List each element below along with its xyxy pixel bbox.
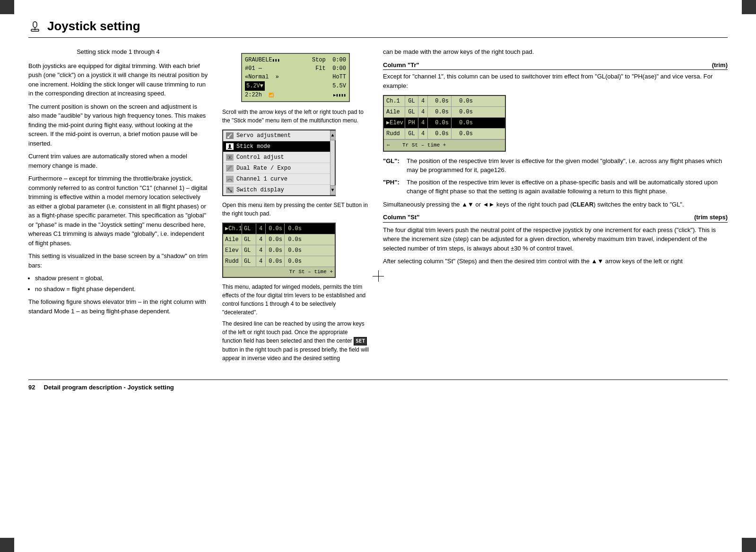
- center-column: GRAUBELE▮▮▮ Stop 0:00 #01 — Flt 0:00 «No…: [222, 47, 369, 365]
- trim-elev-val2: 0.0s: [285, 245, 304, 256]
- menu-item-switch[interactable]: Switch display: [223, 185, 330, 195]
- svg-rect-5: [229, 144, 231, 148]
- trim-row-elev: Elev GL 4 0.0s 0.0s: [223, 245, 335, 256]
- trim-aile-tr: GL: [242, 234, 256, 245]
- right-trim-table: Ch.1 GL 4 0.0s 0.0s Aile GL 4 0.0s 0.0s …: [383, 95, 506, 152]
- left-text-block: Both joysticks are equipped for digital …: [28, 61, 208, 316]
- lcd-normal: «Normal »: [245, 73, 279, 81]
- dual-rate-icon: [226, 165, 234, 172]
- corner-mark-bl: [0, 538, 14, 552]
- menu-label-stick: Stick mode: [236, 142, 270, 151]
- rt-ch1-num: 4: [418, 96, 428, 106]
- gl-label: "GL":: [383, 156, 407, 175]
- rt-ch1-tr: GL: [405, 96, 418, 106]
- trim-ch1-val2: 0.0s: [285, 224, 304, 234]
- rt-ch1-val2: 0.0s: [452, 96, 475, 106]
- rt-aile-label: Aile: [384, 107, 405, 117]
- trim-aile-val2: 0.0s: [285, 234, 304, 245]
- lcd-row-1: GRAUBELE▮▮▮ Stop 0:00: [245, 56, 346, 64]
- trim-footer-row: Tr St – time +: [223, 267, 335, 277]
- rt-elev-num: 4: [418, 118, 428, 128]
- menu-item-servo[interactable]: Servo adjustment: [223, 130, 330, 141]
- trim-ch1-val1: 0.0s: [266, 224, 285, 234]
- lcd-flt: Flt 0:00: [315, 64, 346, 73]
- menu-label-dualrate: Dual Rate / Expo: [236, 164, 291, 172]
- menu-item-control[interactable]: Control adjust: [223, 152, 330, 163]
- center-desc-1: This menu, adapted for winged models, pe…: [222, 283, 369, 317]
- col-st-label: Column "St": [383, 213, 419, 222]
- left-para-4: Furthermore – except for trimming the th…: [28, 174, 208, 248]
- trim-row-aile: Aile GL 4 0.0s 0.0s: [223, 234, 335, 245]
- corner-mark-br: [742, 538, 756, 552]
- rt-row-rudd: Rudd GL 4 0.0s 0.0s: [384, 129, 505, 139]
- menu-item-dualrate[interactable]: Dual Rate / Expo: [223, 163, 330, 174]
- lcd-hott-label: HoTT: [332, 73, 346, 81]
- rt-elev-val2: 0.0s: [452, 118, 475, 128]
- trim-ch1-num: 4: [256, 224, 266, 234]
- open-caption: Open this menu item by pressing the cent…: [222, 201, 369, 218]
- scroll-down-arrow[interactable]: ▼: [330, 185, 336, 195]
- trim-elev-label: Elev: [223, 245, 242, 256]
- rt-aile-tr: GL: [405, 107, 418, 117]
- col-st-text2: After selecting column "St" (Steps) and …: [383, 257, 728, 266]
- rt-rudd-val1: 0.0s: [428, 129, 452, 139]
- left-para-1: Both joysticks are equipped for digital …: [28, 61, 208, 98]
- clear-bold: CLEAR: [573, 201, 594, 208]
- rt-elev-tr: PH: [405, 118, 418, 128]
- col-st-text: The four digital trim levers push the ne…: [383, 225, 728, 253]
- menu-rows: Servo adjustment Stick mode: [223, 130, 335, 195]
- channel-icon: [226, 176, 234, 182]
- trim-aile-val1: 0.0s: [266, 234, 285, 245]
- rt-elev-label: ▶Elev: [384, 118, 405, 128]
- lcd-hott-voltage: 5.5V: [332, 82, 346, 90]
- lcd-model-num: #01 —: [245, 64, 262, 73]
- svg-rect-4: [227, 137, 229, 138]
- col-tr-trim-label: (trim): [712, 60, 728, 70]
- menu-label-channel: Channel 1 curve: [236, 175, 287, 183]
- left-para-3: Current trim values are automatically st…: [28, 152, 208, 170]
- lcd-row-5: 2:22h 📶 ▶▮▮▮▮: [245, 91, 346, 99]
- bullet-1: shadow present = global,: [35, 274, 208, 283]
- joystick-icon: [28, 20, 42, 33]
- trim-ch1-label: ▶Ch.1: [223, 224, 242, 234]
- lcd-screen: GRAUBELE▮▮▮ Stop 0:00 #01 — Flt 0:00 «No…: [241, 53, 350, 102]
- svg-rect-6: [228, 148, 232, 149]
- lcd-row-4: 5.2V▼ 5.5V: [245, 81, 346, 91]
- rt-row-ch1: Ch.1 GL 4 0.0s 0.0s: [384, 96, 505, 107]
- page-title: Joystick setting: [47, 19, 140, 34]
- rt-row-aile: Aile GL 4 0.0s 0.0s: [384, 107, 505, 118]
- gl-ph-table: "GL": The position of the respective tri…: [383, 156, 728, 196]
- menu-item-stick[interactable]: Stick mode: [223, 141, 330, 152]
- trim-elev-tr: GL: [242, 245, 256, 256]
- lcd-graubele: GRAUBELE▮▮▮: [245, 56, 280, 64]
- menu-scrollbar[interactable]: ▲ ▼: [330, 130, 335, 195]
- control-icon: [226, 154, 234, 161]
- trim-row-ch1: ▶Ch.1 GL 4 0.0s 0.0s: [223, 224, 335, 234]
- svg-point-8: [229, 156, 231, 158]
- rt-elev-val1: 0.0s: [428, 118, 452, 128]
- col-tr-label: Column "Tr": [383, 60, 419, 70]
- servo-icon: [226, 132, 234, 139]
- main-layout: Setting stick mode 1 through 4 Both joys…: [28, 47, 728, 365]
- set-badge-1: SET: [354, 337, 367, 346]
- page-footer: 92 Detail program description - Joystick…: [28, 380, 728, 391]
- page-number: 92: [28, 384, 35, 391]
- trim-rudd-val2: 0.0s: [285, 256, 304, 267]
- menu-item-channel[interactable]: Channel 1 curve: [223, 174, 330, 185]
- svg-point-13: [230, 190, 232, 192]
- col-tr-header: Column "Tr" (trim): [383, 60, 728, 70]
- trim-aile-label: Aile: [223, 234, 242, 245]
- scroll-up-arrow[interactable]: ▲: [330, 130, 336, 140]
- title-row: Joystick setting: [28, 19, 728, 38]
- ph-text: The position of the respective trim leve…: [407, 175, 728, 196]
- left-para-2: The current position is shown on the scr…: [28, 102, 208, 148]
- lcd-signal: ▶▮▮▮▮: [333, 91, 346, 99]
- trim-elev-num: 4: [256, 245, 266, 256]
- menu-items-col: Servo adjustment Stick mode: [223, 130, 330, 195]
- simultaneously-text: Simultaneously pressing the ▲▼ or ◄► key…: [383, 200, 728, 209]
- trim-rudd-tr: GL: [242, 256, 256, 267]
- lcd-voltage: 5.2V▼: [245, 81, 265, 91]
- lcd-time: 2:22h 📶: [245, 91, 274, 99]
- bullet-list: shadow present = global, no shadow = fli…: [35, 274, 208, 293]
- menu-label-control: Control adjust: [236, 153, 284, 162]
